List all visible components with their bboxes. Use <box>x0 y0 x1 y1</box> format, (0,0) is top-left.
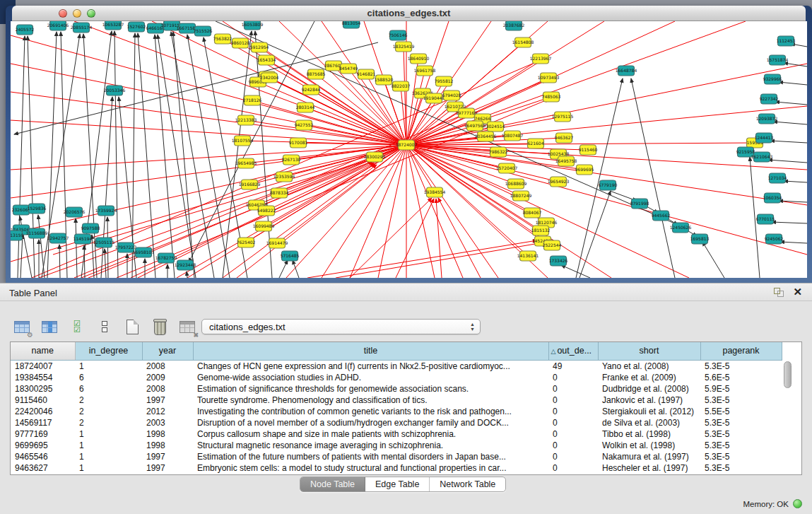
graph-node[interactable]: 8454749 <box>339 64 358 74</box>
graph-node[interactable]: 5716485 <box>281 251 300 261</box>
graph-node[interactable]: 7515526 <box>194 26 213 36</box>
table-row[interactable]: 969969511998Structural magnetic resonanc… <box>11 440 782 451</box>
select-all-icon[interactable]: ☑☑ <box>68 317 86 336</box>
table-row[interactable]: 977716911998Corpus callosum shape and si… <box>11 428 782 440</box>
graph-node[interactable]: 18640910 <box>408 54 430 64</box>
graph-node[interactable]: 9242844 <box>302 85 321 95</box>
graph-node[interactable]: 12975115 <box>552 112 574 122</box>
graph-node[interactable]: 12923448 <box>175 260 196 270</box>
column-header-out_de[interactable]: △out_de... <box>548 342 598 360</box>
graph-node[interactable]: 18724007 <box>396 140 418 150</box>
graph-node[interactable]: 8813054 <box>342 21 361 28</box>
graph-node[interactable]: 9445662 <box>652 211 671 221</box>
graph-node[interactable]: 8084067 <box>523 208 542 218</box>
graph-node[interactable]: 6794028 <box>442 90 461 100</box>
graph-node[interactable]: 2718126 <box>243 95 262 105</box>
graph-node[interactable]: 17359924 <box>95 206 117 216</box>
graph-node[interactable]: 9097588 <box>81 223 100 233</box>
memory-indicator[interactable] <box>793 499 802 508</box>
graph-node[interactable]: 1529836 <box>28 204 47 214</box>
graph-node[interactable]: 8267130 <box>282 155 301 165</box>
close-icon[interactable]: ✕ <box>793 286 802 298</box>
table-row[interactable]: 946362711997Embryonic stem cells: a mode… <box>11 462 782 474</box>
graph-node[interactable]: 1654334 <box>257 55 276 65</box>
graph-node[interactable]: 12505115 <box>93 238 115 247</box>
graph-node[interactable]: 7625402 <box>237 238 256 247</box>
float-window-icon[interactable] <box>774 288 784 297</box>
column-header-year[interactable]: year <box>142 342 193 360</box>
graph-node[interactable]: 5498222 <box>257 206 276 216</box>
graph-node[interactable]: 2522544 <box>543 240 562 250</box>
graph-node[interactable]: 18300295 <box>364 152 386 162</box>
graph-node[interactable]: 18807249 <box>510 191 532 201</box>
table-row[interactable]: 1456911722003Disruption of a novel membe… <box>11 417 782 428</box>
network-graph[interactable]: 1872400718300295193845542242004698960122… <box>11 21 807 278</box>
graph-node[interactable]: 7485063 <box>542 92 561 102</box>
graph-node[interactable]: 9245062 <box>765 234 784 244</box>
graph-node[interactable]: 9860128 <box>231 38 250 48</box>
graph-node[interactable]: 16053809 <box>242 21 264 30</box>
graph-node[interactable]: 16497568 <box>464 121 486 131</box>
graph-node[interactable]: 7986322 <box>489 147 508 157</box>
column-header-in_degree[interactable]: in_degree <box>75 342 142 360</box>
new-table-icon[interactable] <box>123 317 141 336</box>
graph-node[interactable]: 12213383 <box>235 115 257 125</box>
graph-node[interactable]: 9427552 <box>295 120 314 130</box>
graph-node[interactable]: 9115460 <box>579 145 598 155</box>
graph-node[interactable]: 16914479 <box>266 238 288 248</box>
graph-node[interactable]: 18325419 <box>393 42 415 52</box>
table-selector-dropdown[interactable]: citations_edges.txt ▲▼ <box>201 319 481 334</box>
column-header-title[interactable]: title <box>193 342 548 360</box>
graph-node[interactable]: 5912954 <box>250 42 269 52</box>
graph-node[interactable]: 11156889 <box>26 228 48 238</box>
graph-node[interactable]: 1733426 <box>549 256 568 266</box>
graph-node[interactable]: 9329966 <box>763 74 782 84</box>
table-scrollbar-thumb[interactable] <box>784 361 792 388</box>
table-row[interactable]: 1830029562008Estimation of significance … <box>11 383 782 395</box>
select-column-icon[interactable] <box>40 317 59 336</box>
graph-node[interactable]: 16495758 <box>555 156 577 166</box>
table-row[interactable]: 911546021997Tourette syndrome. Phenomeno… <box>11 395 782 406</box>
graph-node[interactable]: 8875685 <box>307 69 326 79</box>
graph-node[interactable]: 19166829 <box>239 180 261 189</box>
graph-node[interactable]: 8822037 <box>392 81 411 91</box>
graph-node[interactable]: 16958107 <box>133 247 155 257</box>
graph-node[interactable]: 20691406 <box>47 21 69 30</box>
graph-node[interactable]: 9699695 <box>575 165 594 175</box>
table-row[interactable]: 946554611997Estimation of the future num… <box>11 451 782 462</box>
tab-edge-table[interactable]: Edge Table <box>365 477 430 491</box>
graph-node[interactable]: 9146821 <box>357 69 376 79</box>
graph-node[interactable]: 16961758 <box>414 66 436 76</box>
graph-node[interactable]: 8791998 <box>630 199 649 209</box>
graph-node[interactable]: 19384554 <box>424 187 446 197</box>
graph-node[interactable]: 15720407 <box>496 163 518 173</box>
delete-rows-icon[interactable] <box>151 317 169 336</box>
graph-node[interactable]: 20053346 <box>104 86 126 95</box>
network-view-window[interactable]: citations_edges.txt 18724007183002951938… <box>6 6 812 283</box>
graph-node[interactable]: 10653287 <box>102 21 124 30</box>
graph-node[interactable]: 3913159 <box>11 230 24 240</box>
graph-node[interactable]: 12353594 <box>273 172 295 182</box>
graph-node[interactable]: 16099489 <box>253 221 275 231</box>
graph-node[interactable]: 3024514 <box>486 122 505 132</box>
tab-network-table[interactable]: Network Table <box>430 477 505 491</box>
graph-node[interactable]: 7955812 <box>435 76 454 86</box>
graph-node[interactable]: 1244413 <box>755 133 774 143</box>
graph-node[interactable]: 9227342 <box>760 94 779 104</box>
graph-node[interactable]: 12213967 <box>530 54 552 64</box>
graph-node[interactable]: 1527602 <box>127 22 146 32</box>
graph-node[interactable]: 2342004 <box>260 73 279 83</box>
network-canvas[interactable]: 1872400718300295193845542242004698960122… <box>11 21 807 278</box>
clear-selection-icon[interactable] <box>95 317 114 336</box>
graph-node[interactable]: 7563822 <box>213 34 233 44</box>
graph-node[interactable]: 1112453 <box>777 36 796 46</box>
graph-node[interactable]: 20855174 <box>71 23 93 33</box>
table-settings-icon[interactable]: ⚙ <box>13 317 31 336</box>
graph-node[interactable]: 6770115 <box>756 214 775 224</box>
graph-node[interactable]: 16154808 <box>512 37 534 47</box>
graph-node[interactable]: 12093872 <box>756 114 778 124</box>
graph-node[interactable]: 9170081 <box>289 138 308 148</box>
table-row[interactable]: 1938455462009Genome-wide association stu… <box>11 372 782 383</box>
graph-node[interactable]: 1815132 <box>531 226 551 235</box>
column-header-pagerank[interactable]: pagerank <box>700 342 782 360</box>
